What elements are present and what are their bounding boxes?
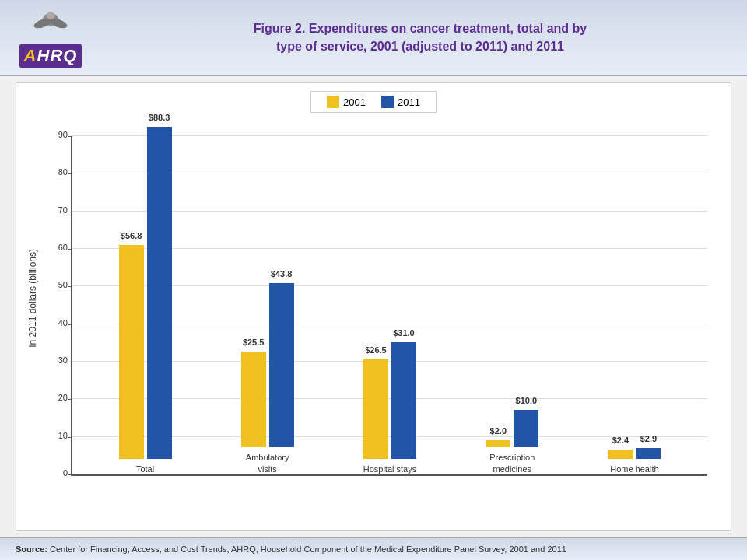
chart-title: Figure 2. Expenditures on cancer treatme… bbox=[109, 20, 731, 55]
bar-label-2011-1: $43.8 bbox=[271, 269, 293, 278]
bar-group-0: $56.8$88.3Total bbox=[119, 127, 172, 474]
group-label-0: Total bbox=[136, 464, 154, 474]
logo: AHRQ bbox=[19, 44, 82, 68]
y-tick-label-30: 30 bbox=[43, 355, 68, 365]
bar-group-1: $25.5$43.8Ambulatoryvisits bbox=[241, 283, 294, 474]
y-tick-label-80: 80 bbox=[43, 167, 68, 177]
y-tick-label-40: 40 bbox=[43, 318, 68, 327]
y-tick-label-50: 50 bbox=[43, 280, 68, 289]
logo-area: AHRQ bbox=[8, 8, 93, 68]
header: AHRQ Figure 2. Expenditures on cancer tr… bbox=[0, 0, 747, 76]
bar-label-2011-0: $88.3 bbox=[149, 113, 170, 122]
eagle-icon bbox=[31, 8, 70, 44]
y-tick-label-60: 60 bbox=[43, 243, 68, 252]
bar-2011-3: $10.0 bbox=[514, 410, 538, 447]
legend-item-2011: 2011 bbox=[381, 96, 420, 108]
bar-label-2011-3: $10.0 bbox=[516, 396, 538, 405]
page: AHRQ Figure 2. Expenditures on cancer tr… bbox=[0, 0, 747, 560]
footer: Source: Center for Financing, Access, an… bbox=[0, 537, 747, 560]
y-tick-mark-0 bbox=[68, 474, 72, 475]
bar-2011-4: $2.9 bbox=[636, 448, 661, 459]
y-tick-label-90: 90 bbox=[43, 130, 68, 139]
chart-inner: 0102030405060708090$56.8$88.3Total$25.5$… bbox=[71, 136, 707, 476]
chart-content: 2001 2011 In 2011 dollars (billions) 010… bbox=[16, 82, 731, 531]
y-tick-label-0: 0 bbox=[43, 468, 68, 478]
group-label-2: Hospital stays bbox=[363, 464, 416, 474]
bar-group-3: $2.0$10.0Prescriptionmedicines bbox=[486, 410, 538, 474]
legend-label-2011: 2011 bbox=[398, 96, 420, 108]
group-label-3: Prescriptionmedicines bbox=[489, 452, 535, 474]
legend-item-2001: 2001 bbox=[327, 96, 366, 108]
legend-box-2001 bbox=[327, 96, 339, 108]
bar-2001-0: $56.8 bbox=[119, 245, 144, 459]
y-axis-label: In 2011 dollars (billions) bbox=[27, 249, 38, 348]
legend: 2001 2011 bbox=[310, 91, 437, 113]
group-label-1: Ambulatoryvisits bbox=[246, 452, 289, 474]
bar-groups: $56.8$88.3Total$25.5$43.8Ambulatoryvisit… bbox=[72, 136, 707, 474]
group-label-4: Home health bbox=[610, 464, 658, 474]
bar-2011-2: $31.0 bbox=[391, 342, 416, 459]
bar-label-2001-4: $2.4 bbox=[612, 436, 629, 445]
y-tick-label-70: 70 bbox=[43, 205, 68, 215]
legend-box-2011 bbox=[381, 96, 394, 108]
source-label: Source: bbox=[16, 544, 47, 554]
bar-2011-1: $43.8 bbox=[269, 283, 294, 448]
bar-label-2001-3: $2.0 bbox=[490, 426, 507, 436]
bar-2011-0: $88.3 bbox=[147, 127, 172, 459]
bar-label-2011-2: $31.0 bbox=[393, 328, 415, 338]
bar-group-2: $26.5$31.0Hospital stays bbox=[363, 342, 416, 474]
bar-2001-2: $26.5 bbox=[363, 359, 388, 459]
bar-2001-3: $2.0 bbox=[486, 440, 510, 448]
bar-group-4: $2.4$2.9Home health bbox=[608, 448, 661, 474]
bar-2001-4: $2.4 bbox=[608, 450, 633, 459]
y-tick-label-10: 10 bbox=[43, 431, 68, 440]
legend-label-2001: 2001 bbox=[343, 96, 366, 108]
bar-2001-1: $25.5 bbox=[241, 352, 266, 447]
bar-label-2001-0: $56.8 bbox=[121, 231, 142, 240]
source-text: Center for Financing, Access, and Cost T… bbox=[50, 544, 566, 554]
chart-area: In 2011 dollars (billions) 0102030405060… bbox=[24, 121, 723, 523]
bar-label-2011-4: $2.9 bbox=[640, 434, 657, 443]
y-tick-label-20: 20 bbox=[43, 393, 68, 402]
bar-label-2001-1: $25.5 bbox=[243, 338, 265, 347]
bar-label-2001-2: $26.5 bbox=[365, 345, 387, 355]
